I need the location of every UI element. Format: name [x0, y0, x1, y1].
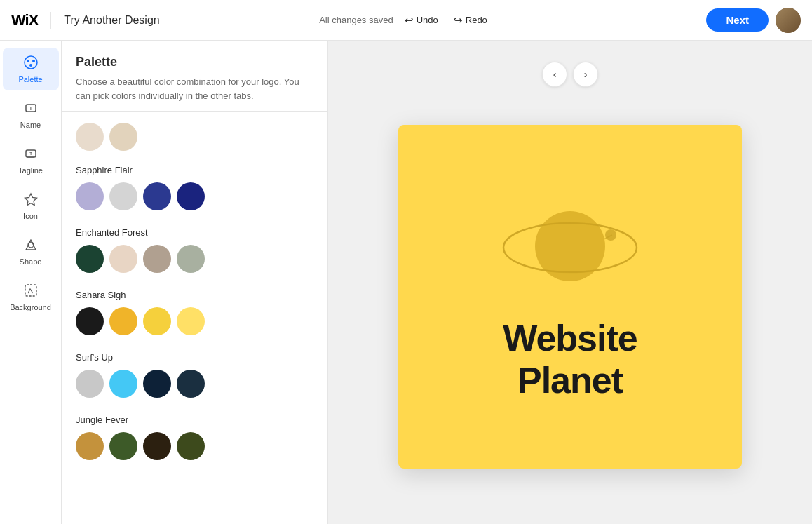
undo-button[interactable]: ↩ Undo: [399, 11, 444, 30]
palette-group-jungle-fever: Jungle Fever: [76, 415, 313, 460]
swatch-jf-4[interactable]: [177, 432, 205, 460]
panel-description: Choose a beautiful color combination for…: [76, 75, 313, 102]
next-arrow-icon: ›: [584, 69, 588, 80]
swatch-ef-3[interactable]: [143, 245, 171, 273]
sidebar-item-background[interactable]: Background: [3, 276, 59, 318]
header-divider: [50, 12, 51, 29]
logo-text-line2: Planet: [503, 360, 637, 402]
sidebar-item-icon[interactable]: Icon: [3, 184, 59, 227]
undo-icon: ↩: [405, 14, 414, 27]
header-status: All changes saved: [319, 15, 393, 25]
preview-area: ‹ › Website Pl: [328, 41, 812, 524]
palette-group-name-sapphire-flair: Sapphire Flair: [76, 165, 313, 175]
svg-point-14: [605, 229, 616, 241]
palette-group-name-jungle-fever: Jungle Fever: [76, 415, 313, 425]
palette-group-name-surfs-up: Surf's Up: [76, 352, 313, 363]
sidebar-icon-label: Icon: [23, 212, 38, 220]
nav-arrows: ‹ ›: [542, 62, 598, 87]
swatch-ef-1[interactable]: [76, 245, 104, 273]
swatch-sf-2[interactable]: [109, 182, 137, 210]
swatch-ss-1[interactable]: [76, 307, 104, 335]
avatar-image: [776, 8, 801, 33]
top-fade-swatch-1[interactable]: [76, 123, 104, 151]
panel-title: Palette: [76, 55, 313, 69]
svg-point-1: [27, 60, 29, 62]
header: WiX Try Another Design All changes saved…: [0, 0, 812, 41]
top-fade-swatch-2[interactable]: [109, 123, 137, 151]
palette-group-sahara-sigh: Sahara Sigh: [76, 290, 313, 335]
background-icon: [23, 283, 39, 300]
header-actions: ↩ Undo ↪ Redo: [399, 11, 493, 30]
svg-point-2: [32, 60, 35, 62]
palette-group-enchanted-forest: Enchanted Forest: [76, 227, 313, 273]
palette-colors-jungle-fever: [76, 432, 313, 460]
prev-arrow-icon: ‹: [553, 69, 557, 80]
header-title: Try Another Design: [64, 14, 159, 27]
prev-arrow-button[interactable]: ‹: [542, 62, 567, 87]
undo-label: Undo: [417, 15, 438, 25]
palette-icon: [23, 55, 39, 72]
redo-label: Redo: [466, 15, 487, 25]
wix-logo: WiX: [11, 11, 38, 29]
icon-icon: [23, 192, 39, 209]
sidebar-item-name[interactable]: T Name: [3, 93, 59, 136]
sidebar-item-palette[interactable]: Palette: [3, 48, 59, 90]
palette-group-surfs-up: Surf's Up: [76, 352, 313, 398]
palette-colors-enchanted-forest: [76, 245, 313, 273]
svg-point-0: [25, 56, 37, 69]
swatch-sf-4[interactable]: [177, 182, 205, 210]
main-layout: Palette T Name T Tagline: [0, 41, 812, 524]
top-fade-row: [76, 123, 313, 151]
swatch-jf-1[interactable]: [76, 432, 104, 460]
header-left: WiX Try Another Design: [11, 11, 160, 29]
swatch-sf-3[interactable]: [143, 182, 171, 210]
svg-text:T: T: [29, 106, 32, 111]
swatch-ss-4[interactable]: [177, 307, 205, 335]
swatch-su-1[interactable]: [76, 370, 104, 398]
swatch-jf-2[interactable]: [109, 432, 137, 460]
palette-group-name-enchanted-forest: Enchanted Forest: [76, 227, 313, 238]
swatch-ef-4[interactable]: [177, 245, 205, 273]
planet-illustration: [500, 192, 640, 304]
header-center: All changes saved ↩ Undo ↪ Redo: [319, 11, 493, 30]
panel-header: Palette Choose a beautiful color combina…: [62, 41, 327, 112]
svg-point-3: [29, 64, 32, 67]
panel: Palette Choose a beautiful color combina…: [62, 41, 328, 524]
redo-button[interactable]: ↪ Redo: [448, 11, 493, 30]
swatch-ss-3[interactable]: [143, 307, 171, 335]
logo-text: Website Planet: [503, 318, 637, 402]
sidebar-background-label: Background: [10, 303, 51, 311]
name-icon: T: [23, 100, 39, 118]
swatch-ss-2[interactable]: [109, 307, 137, 335]
sidebar-item-shape[interactable]: Shape: [3, 230, 59, 273]
sidebar-name-label: Name: [20, 121, 41, 129]
panel-content: Sapphire Flair Enchanted Forest: [62, 112, 327, 488]
palette-colors-sahara-sigh: [76, 307, 313, 335]
logo-text-line1: Website: [503, 318, 637, 360]
logo-card: Website Planet: [398, 125, 742, 469]
palette-group-name-sahara-sigh: Sahara Sigh: [76, 290, 313, 300]
swatch-su-3[interactable]: [143, 370, 171, 398]
sidebar-palette-label: Palette: [18, 75, 42, 83]
sidebar-tagline-label: Tagline: [18, 166, 43, 175]
avatar: [776, 8, 801, 33]
palette-colors-sapphire-flair: [76, 182, 313, 210]
swatch-jf-3[interactable]: [143, 432, 171, 460]
swatch-ef-2[interactable]: [109, 245, 137, 273]
svg-text:T: T: [29, 152, 32, 156]
swatch-su-2[interactable]: [109, 370, 137, 398]
shape-icon: [23, 237, 39, 255]
redo-icon: ↪: [454, 14, 463, 27]
swatch-sf-1[interactable]: [76, 182, 104, 210]
swatch-su-4[interactable]: [177, 370, 205, 398]
sidebar: Palette T Name T Tagline: [0, 41, 62, 524]
header-right: Next: [706, 8, 801, 33]
next-arrow-button[interactable]: ›: [573, 62, 598, 87]
tagline-icon: T: [23, 146, 39, 163]
sidebar-item-tagline[interactable]: T Tagline: [3, 139, 59, 182]
palette-colors-surfs-up: [76, 370, 313, 398]
next-button[interactable]: Next: [706, 8, 769, 32]
palette-group-sapphire-flair: Sapphire Flair: [76, 165, 313, 210]
sidebar-shape-label: Shape: [20, 257, 42, 266]
